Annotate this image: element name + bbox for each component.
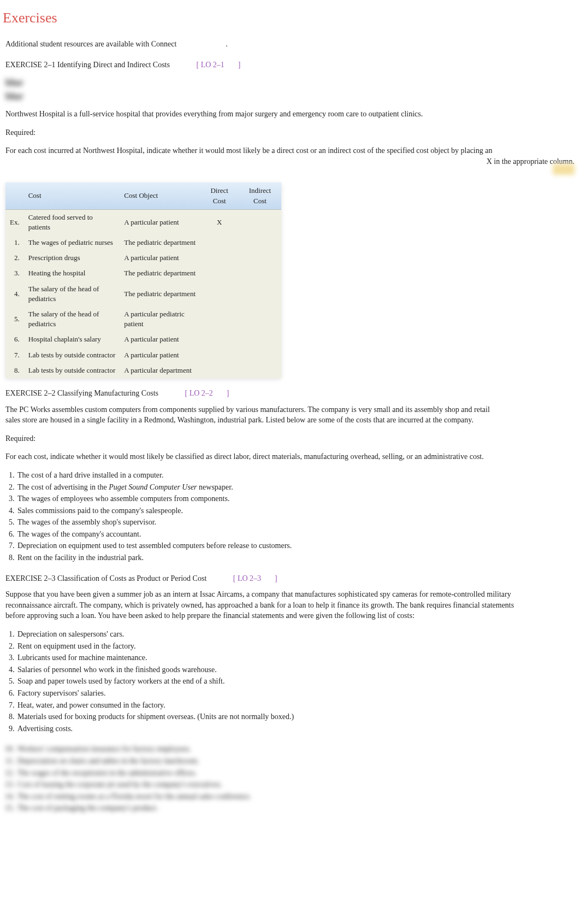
row-indirect: [239, 281, 281, 307]
row-indirect: [239, 250, 281, 266]
row-cost: Lab tests by outside contractor: [24, 363, 120, 378]
row-direct: X: [200, 209, 239, 235]
header-indirect: Indirect Cost: [239, 183, 281, 209]
list-item: Rent on the facility in the industrial p…: [16, 552, 575, 563]
table-row: 3.Heating the hospitalThe pediatric depa…: [5, 266, 281, 281]
blurred-side-tag: [553, 164, 575, 175]
row-cost: The wages of pediatric nurses: [24, 235, 120, 250]
exercise-3-title: EXERCISE 2–3 Classification of Costs as …: [5, 573, 575, 584]
row-cost: The salary of the head of pediatrics: [24, 281, 120, 307]
row-cost-object: A particular pediatric patient: [120, 307, 200, 332]
intro-period: .: [226, 40, 228, 48]
row-number: 2.: [5, 250, 24, 266]
row-cost: Catered food served to patients: [24, 209, 120, 235]
list-item: The wages of employees who assemble comp…: [16, 493, 575, 504]
row-indirect: [239, 307, 281, 332]
list-item: Sales commissions paid to the company's …: [16, 505, 575, 516]
exercise-1-required-text: For each cost incurred at Northwest Hosp…: [5, 145, 575, 156]
list-item-blurred: The cost of packaging the company's prod…: [16, 803, 575, 814]
table-row: 6.Hospital chaplain's salaryA particular…: [5, 332, 281, 347]
row-direct: [200, 281, 239, 307]
row-number: 3.: [5, 266, 24, 281]
row-cost-object: A particular patient: [120, 332, 200, 347]
row-indirect: [239, 235, 281, 250]
header-direct: Direct Cost: [200, 183, 239, 209]
lo-tag-2: [ LO 2–2]: [185, 389, 229, 397]
table-row: Ex.Catered food served to patientsA part…: [5, 209, 281, 235]
list-item: Rent on equipment used in the factory.: [16, 641, 575, 652]
row-number: 1.: [5, 235, 24, 250]
row-direct: [200, 266, 239, 281]
row-indirect: [239, 209, 281, 235]
page-heading: Exercises: [3, 8, 575, 28]
lo-tag-1: [ LO 2–1]: [196, 61, 240, 69]
row-cost-object: The pediatric department: [120, 281, 200, 307]
row-cost: Lab tests by outside contractor: [24, 348, 120, 363]
lo-tag-3: [ LO 2–3]: [233, 574, 277, 582]
row-cost-object: A particular department: [120, 363, 200, 378]
exercise-1-title: EXERCISE 2–1 Identifying Direct and Indi…: [5, 60, 575, 70]
exercise-1-description: Northwest Hospital is a full-service hos…: [5, 109, 470, 120]
list-item: The cost of advertising in the Puget Sou…: [16, 482, 575, 493]
row-indirect: [239, 266, 281, 281]
list-item-blurred: Workers' compensation insurance for fact…: [16, 744, 575, 755]
list-item: The wages of the assembly shop's supervi…: [16, 517, 575, 528]
row-cost: Hospital chaplain's salary: [24, 332, 120, 347]
row-number: 7.: [5, 348, 24, 363]
exercise-2-list: The cost of a hard drive installed in a …: [16, 470, 575, 563]
table-row: 5.The salary of the head of pediatricsA …: [5, 307, 281, 332]
row-direct: [200, 348, 239, 363]
row-number: 5.: [5, 307, 24, 332]
row-direct: [200, 363, 239, 378]
row-number: 8.: [5, 363, 24, 378]
row-indirect: [239, 348, 281, 363]
intro-text: Additional student resources are availab…: [5, 39, 575, 50]
list-item: Lubricants used for machine maintenance.: [16, 652, 575, 663]
table-row: 7.Lab tests by outside contractorA parti…: [5, 348, 281, 363]
list-item: The cost of a hard drive installed in a …: [16, 470, 575, 481]
exercise-3-description: Suppose that you have been given a summe…: [5, 589, 519, 621]
row-direct: [200, 307, 239, 332]
row-cost: The salary of the head of pediatrics: [24, 307, 120, 332]
exercise-3-blurred-list: Workers' compensation insurance for fact…: [16, 744, 575, 814]
row-cost-object: The pediatric department: [120, 235, 200, 250]
row-direct: [200, 235, 239, 250]
table-row: 2.Prescription drugsA particular patient: [5, 250, 281, 266]
cost-table: Cost Cost Object Direct Cost Indirect Co…: [5, 183, 281, 378]
row-cost: Heating the hospital: [24, 266, 120, 281]
list-item: The wages of the company's accountant.: [16, 529, 575, 540]
row-cost-object: A particular patient: [120, 348, 200, 363]
exercise-2-title: EXERCISE 2–2 Classifying Manufacturing C…: [5, 388, 575, 399]
row-indirect: [239, 332, 281, 347]
row-indirect: [239, 363, 281, 378]
list-item: Salaries of personnel who work in the fi…: [16, 664, 575, 675]
table-row: 1.The wages of pediatric nursesThe pedia…: [5, 235, 281, 250]
table-row: 8.Lab tests by outside contractorA parti…: [5, 363, 281, 378]
list-item-blurred: The cost of renting rooms at a Florida r…: [16, 791, 575, 802]
exercise-3-name: EXERCISE 2–3 Classification of Costs as …: [5, 574, 206, 582]
list-item: Factory supervisors' salaries.: [16, 688, 575, 699]
row-cost-object: A particular patient: [120, 250, 200, 266]
list-item-blurred: Depreciation on chairs and tables in the…: [16, 756, 575, 767]
exercise-1-name: EXERCISE 2–1 Identifying Direct and Indi…: [5, 61, 170, 69]
row-cost: Prescription drugs: [24, 250, 120, 266]
row-number: 6.: [5, 332, 24, 347]
exercise-2-required-text: For each cost, indicate whether it would…: [5, 451, 575, 462]
intro-label: Additional student resources are availab…: [5, 40, 176, 48]
list-item: Soap and paper towels used by factory wo…: [16, 676, 575, 687]
table-header-row: Cost Cost Object Direct Cost Indirect Co…: [5, 183, 281, 209]
required-label-1: Required:: [5, 127, 575, 138]
list-item-blurred: Cost of leasing the corporate jet used b…: [16, 779, 575, 790]
list-item: Heat, water, and power consumed in the f…: [16, 700, 575, 711]
list-item: Depreciation on equipment used to test a…: [16, 540, 575, 551]
row-direct: [200, 250, 239, 266]
row-cost-object: The pediatric department: [120, 266, 200, 281]
table-row: 4.The salary of the head of pediatricsTh…: [5, 281, 281, 307]
row-cost-object: A particular patient: [120, 209, 200, 235]
list-item: Depreciation on salespersons' cars.: [16, 629, 575, 640]
row-number: Ex.: [5, 209, 24, 235]
row-direct: [200, 332, 239, 347]
list-item: Advertising costs.: [16, 723, 575, 734]
exercise-2-name: EXERCISE 2–2 Classifying Manufacturing C…: [5, 389, 158, 397]
exercise-3-list: Depreciation on salespersons' cars.Rent …: [16, 629, 575, 734]
